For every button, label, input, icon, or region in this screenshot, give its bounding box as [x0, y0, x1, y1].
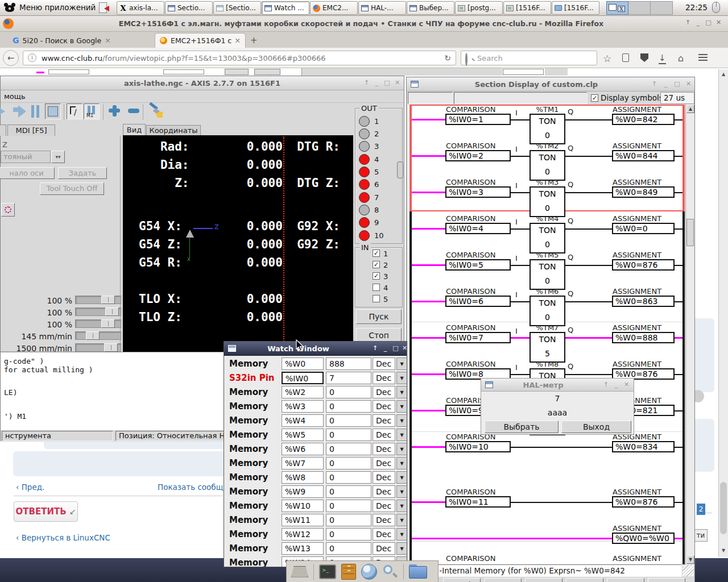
scroll-down-icon[interactable]: ▼ — [720, 547, 727, 554]
watch-value-field[interactable]: 0 — [326, 528, 371, 541]
pause-icon[interactable] — [31, 105, 34, 118]
workspace-pager[interactable]: X — [606, 1, 673, 15]
watch-format-field[interactable]: Dec — [373, 372, 395, 384]
stop-button-icon[interactable] — [45, 103, 61, 119]
watch-format-field[interactable]: Dec — [373, 485, 395, 498]
taskbar-button[interactable]: EMC2... — [310, 1, 358, 15]
watch-address-field[interactable]: %W12 — [282, 528, 324, 541]
ladder-shade-icon[interactable]: ↑ — [650, 80, 659, 89]
watch-format-dropdown-icon[interactable]: ▼ — [396, 414, 407, 427]
watch-format-dropdown-icon[interactable]: ▼ — [396, 429, 407, 441]
watch-value-field[interactable]: 0 — [326, 457, 371, 469]
halmeter-select-button[interactable]: Выбрать — [485, 421, 559, 433]
watch-format-dropdown-icon[interactable]: ▼ — [396, 471, 407, 484]
zoom-in-icon[interactable] — [109, 109, 120, 113]
terminal-icon[interactable]: >_ — [319, 564, 336, 579]
halmeter-titlebar[interactable]: HAL-метр ↑ _ ✕ — [481, 379, 634, 392]
slider-thumb[interactable] — [101, 319, 115, 328]
watch-value-field[interactable]: 0 — [326, 542, 371, 555]
search-bar[interactable]: Search — [461, 51, 597, 65]
folder-icon[interactable] — [409, 564, 427, 579]
watch-format-dropdown-icon[interactable]: ▼ — [396, 400, 407, 413]
halmeter-minimize-icon[interactable]: _ — [612, 380, 621, 389]
ladder-diagram[interactable]: COMPARISON%IW0=1I%TM1TON0QASSIGNMENT%W0=… — [408, 105, 694, 564]
ladder-save-button[interactable]: Save — [484, 578, 522, 582]
back-button[interactable]: ← — [3, 50, 19, 66]
ladder-maximize-icon[interactable]: □ — [673, 80, 681, 89]
watch-address-field[interactable]: %W4 — [282, 414, 324, 427]
slider-thumb[interactable] — [86, 331, 100, 340]
tab-google-search[interactable]: G 5i20 - Поиск в Google ✕ — [8, 33, 152, 48]
section-combo[interactable] — [408, 92, 453, 104]
display-symbols-checkbox[interactable]: ✓ — [591, 94, 598, 102]
watch-address-field[interactable]: %W7 — [282, 457, 324, 469]
ladder-close-icon[interactable]: ✕ — [684, 80, 693, 89]
scroll-up-icon[interactable]: ▲ — [720, 70, 727, 78]
pagination-badge[interactable]: 2 — [697, 504, 705, 515]
watch-format-dropdown-icon[interactable]: ▼ — [396, 443, 407, 455]
watch-address-field[interactable]: %W9 — [282, 485, 324, 498]
show-messages-link[interactable]: Показать сообщен — [158, 483, 233, 492]
ladder-reset-button[interactable]: Reset — [566, 578, 603, 582]
url-bar[interactable]: i www.cnc-club.ru/forum/viewtopic.php?f=… — [23, 51, 456, 65]
pane-handle[interactable] — [397, 161, 403, 178]
prev-page-link[interactable]: ‹ Пред. — [16, 483, 44, 492]
watch-address-field[interactable]: %W3 — [282, 400, 324, 413]
set-offset-button[interactable]: Задать отступ — [58, 167, 107, 179]
workspace-1[interactable]: X — [606, 1, 628, 15]
watch-format-field[interactable]: Dec — [373, 500, 395, 512]
run-icon-head[interactable] — [18, 105, 26, 118]
file-manager-icon[interactable] — [341, 564, 356, 580]
halmeter-close-icon[interactable]: ✕ — [622, 380, 631, 389]
watch-value-field[interactable]: 0 — [326, 414, 371, 427]
menu-help-fragment[interactable]: мощь — [4, 92, 26, 101]
watch-address-field[interactable]: %W13 — [282, 542, 324, 555]
watch-format-field[interactable]: Dec — [373, 443, 395, 455]
slider-track[interactable] — [75, 331, 121, 340]
scrollbar-thumb[interactable] — [720, 482, 727, 534]
applications-menu-label[interactable]: Меню приложений — [19, 3, 96, 12]
watch-value-field[interactable]: 7 — [326, 372, 371, 384]
watch-format-dropdown-icon[interactable]: ▼ — [396, 514, 407, 526]
tab-close-icon[interactable]: ✕ — [235, 36, 241, 45]
taskbar-button[interactable]: HAL-... — [358, 1, 406, 15]
logout-icon[interactable] — [99, 2, 107, 13]
watch-format-dropdown-icon[interactable]: ▼ — [396, 372, 407, 384]
watch-format-field[interactable]: Dec — [373, 400, 395, 413]
tab-mdi[interactable]: MDI [F5] — [7, 124, 55, 136]
watch-value-field[interactable]: 0 — [326, 500, 371, 512]
watch-format-field[interactable]: Dec — [373, 429, 395, 441]
watch-value-field[interactable]: 888 — [326, 357, 371, 370]
taskbar-button[interactable]: Xaxis-la... — [117, 1, 164, 15]
tab-manual-fragment[interactable]: ] — [0, 124, 6, 136]
watch-format-dropdown-icon[interactable]: ▼ — [396, 500, 407, 512]
watch-format-dropdown-icon[interactable]: ▼ — [396, 528, 407, 541]
axis-maximize-icon[interactable]: □ — [383, 78, 391, 88]
ladder-minimize-icon[interactable]: _ — [661, 80, 670, 89]
home-icon[interactable]: ⌂ — [678, 53, 684, 64]
bookmark-star-icon[interactable]: ☆ — [603, 53, 611, 64]
ladder-scroll-up-icon[interactable]: ▲ — [686, 105, 694, 113]
taskbar-button[interactable]: Sectio... — [165, 1, 213, 15]
site-info-icon[interactable]: i — [28, 53, 36, 62]
watch-address-field[interactable]: %W10 — [282, 500, 324, 512]
tool-touch-off-button[interactable]: Tool Touch Off — [40, 182, 104, 195]
axis-close-icon[interactable]: ✕ — [393, 78, 402, 88]
tab-view[interactable]: Вид — [123, 124, 146, 136]
show-desktop-icon[interactable] — [291, 566, 308, 577]
halmeter-shade-icon[interactable]: ↑ — [602, 380, 610, 389]
watch-address-field[interactable]: %W5 — [282, 429, 324, 441]
firefox-maximize-icon[interactable]: □ — [704, 18, 713, 27]
shield-icon[interactable] — [640, 53, 648, 62]
mouse-tray-icon[interactable] — [712, 2, 720, 13]
in-checkbox[interactable]: ✓ — [373, 272, 380, 280]
workspace-3[interactable] — [651, 1, 673, 15]
optional-stop-m1-icon[interactable]: M1 — [84, 103, 100, 119]
watch-format-dropdown-icon[interactable]: ▼ — [396, 457, 407, 469]
watch-format-dropdown-icon[interactable]: ▼ — [396, 357, 407, 370]
ladder-scrollbar-thumb[interactable] — [686, 219, 694, 246]
pause-icon-bar2[interactable] — [36, 105, 39, 118]
slider-thumb[interactable] — [101, 296, 115, 304]
ladder-vars-button[interactable]: Vars — [648, 578, 685, 582]
watch-address-field[interactable]: %IW0 — [282, 372, 324, 384]
